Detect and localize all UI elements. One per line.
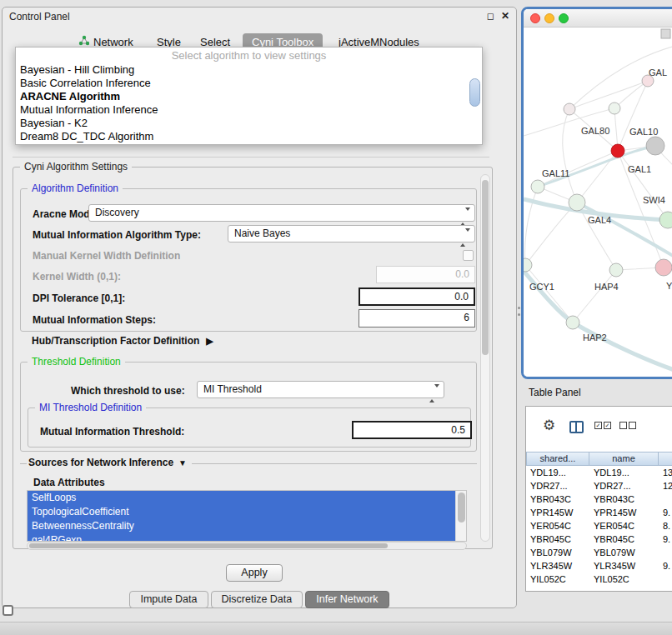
table-row[interactable]: YBL079WYBL079W xyxy=(526,546,672,559)
column-header-name[interactable]: name xyxy=(589,452,659,466)
attribute-list-item[interactable]: BetweennessCentrality xyxy=(28,519,455,533)
which-threshold-select[interactable]: MI Threshold xyxy=(197,381,444,398)
tab-impute-data[interactable]: Impute Data xyxy=(129,591,208,608)
network-node[interactable] xyxy=(611,144,624,158)
select-all-icon[interactable]: ✓ ✓ xyxy=(594,422,611,429)
tab-discretize-data[interactable]: Discretize Data xyxy=(211,591,303,608)
dpi-tolerance-field[interactable]: 0.0 xyxy=(359,288,475,306)
network-view-window: GALGAL80GAL10GAL1GAL11SWI4GAL4GCY1HAP4YH… xyxy=(521,7,672,379)
combo-arrows-icon xyxy=(460,230,470,246)
control-panel-title: Control Panel xyxy=(9,11,70,22)
attribute-list-hscrollbar-thumb[interactable] xyxy=(29,543,388,548)
panel-dock-icon[interactable] xyxy=(3,605,13,616)
birdseye-toggle[interactable] xyxy=(661,29,670,38)
network-node[interactable] xyxy=(569,194,585,211)
network-node[interactable] xyxy=(566,316,579,329)
dropdown-item[interactable]: Dream8 DC_TDC Algorithm xyxy=(16,130,482,143)
network-node[interactable] xyxy=(655,259,672,276)
combo-arrows-icon xyxy=(460,209,470,225)
table-cell xyxy=(659,492,672,506)
attribute-list-item[interactable]: SelfLoops xyxy=(28,491,455,505)
network-node[interactable] xyxy=(531,180,544,193)
mi-threshold-definition-group: MI Threshold Definition Mutual Informati… xyxy=(28,408,471,448)
attribute-list[interactable]: SelfLoopsTopologicalCoefficientBetweenne… xyxy=(27,490,467,542)
network-node-label: GAL10 xyxy=(629,127,658,137)
show-columns-icon[interactable] xyxy=(569,421,584,433)
table-toolbar: ⚙ ✓ ✓ xyxy=(526,407,672,452)
apply-button[interactable]: Apply xyxy=(226,564,283,582)
table-cell: YDR27... xyxy=(526,479,589,492)
table-row[interactable]: YBR043CYBR043C xyxy=(526,492,672,506)
table-row[interactable]: YIL052CYIL052C xyxy=(526,572,672,586)
threshold-definition-group: Threshold Definition Which threshold to … xyxy=(20,362,477,452)
cyni-bottom-tabs: Impute Data Discretize Data Infer Networ… xyxy=(3,591,516,608)
table-row[interactable]: YLR345WYLR345W9. xyxy=(526,559,672,572)
attribute-list-scrollbar[interactable] xyxy=(455,491,466,541)
table-panel-title: Table Panel xyxy=(529,387,581,398)
table-cell: YPR145W xyxy=(526,506,589,519)
table-cell: 13 xyxy=(659,466,672,479)
mi-threshold-field[interactable]: 0.5 xyxy=(352,421,472,439)
collapse-arrow-icon: ▶ xyxy=(206,336,213,347)
kernel-width-label: Kernel Width (0,1): xyxy=(33,271,121,282)
control-panel-window: Control Panel ◻ ✕ Network Style Select C… xyxy=(2,7,517,608)
mi-steps-field[interactable]: 6 xyxy=(359,309,475,328)
deselect-all-icon[interactable] xyxy=(619,422,636,429)
network-node-label: GAL4 xyxy=(588,215,611,225)
network-node[interactable] xyxy=(609,102,620,114)
table-cell: 9. xyxy=(659,506,672,519)
panel-splitter-handle[interactable] xyxy=(518,307,520,320)
network-node[interactable] xyxy=(646,137,664,155)
network-canvas[interactable]: GALGAL80GAL10GAL1GAL11SWI4GAL4GCY1HAP4YH… xyxy=(524,28,672,377)
settings-scrollbar-thumb[interactable] xyxy=(482,180,489,355)
network-node-label: Y xyxy=(666,281,672,291)
aracne-mode-select[interactable]: Discovery xyxy=(88,204,475,222)
table-row[interactable]: YPR145WYPR145W9. xyxy=(526,506,672,519)
network-node[interactable] xyxy=(609,263,623,277)
kernel-width-field[interactable]: 0.0 xyxy=(376,266,475,283)
minimize-traffic-light-icon[interactable] xyxy=(544,13,554,23)
dropdown-item[interactable]: Bayesian - K2 xyxy=(16,117,482,130)
column-header-shared-name[interactable]: shared... xyxy=(526,452,589,466)
attribute-list-hscrollbar[interactable] xyxy=(27,542,467,550)
dropdown-item[interactable]: Basic Correlation Inference xyxy=(16,77,482,90)
mi-threshold-label: Mutual Information Threshold: xyxy=(40,426,184,438)
dropdown-item-selected[interactable]: ARACNE Algorithm xyxy=(16,90,482,103)
attribute-list-item[interactable]: TopologicalCoefficient xyxy=(28,505,455,519)
network-node[interactable] xyxy=(524,258,532,272)
dropdown-scrollbar-thumb[interactable] xyxy=(469,78,480,107)
mi-type-value: Naive Bayes xyxy=(234,228,290,239)
column-header-partial[interactable] xyxy=(659,452,672,466)
mi-type-select[interactable]: Naive Bayes xyxy=(228,225,475,242)
network-graph: GALGAL80GAL10GAL1GAL11SWI4GAL4GCY1HAP4YH… xyxy=(524,28,672,377)
dropdown-item[interactable]: Bayesian - Hill Climbing xyxy=(16,63,482,77)
table-row[interactable]: YBR045CYBR045C9. xyxy=(526,532,672,546)
algorithm-definition-title: Algorithm Definition xyxy=(28,182,123,194)
network-node[interactable] xyxy=(659,212,672,228)
float-window-icon[interactable]: ◻ xyxy=(487,11,494,22)
table-cell: 9. xyxy=(659,559,672,572)
hub-tf-definition-toggle[interactable]: Hub/Transcription Factor Definition▶ xyxy=(32,335,213,347)
application-root: Control Panel ◻ ✕ Network Style Select C… xyxy=(0,0,672,635)
zoom-traffic-light-icon[interactable] xyxy=(559,13,569,23)
tab-infer-network[interactable]: Infer Network xyxy=(305,591,389,608)
table-cell xyxy=(659,546,672,559)
table-cell: 12 xyxy=(659,479,672,492)
attribute-list-scrollbar-thumb[interactable] xyxy=(458,492,465,522)
manual-kernel-checkbox[interactable] xyxy=(463,250,474,261)
close-icon[interactable]: ✕ xyxy=(501,10,509,22)
table-row[interactable]: YER054CYER054C8. xyxy=(526,519,672,532)
sources-toggle[interactable]: Sources for Network Inference▼ xyxy=(27,457,192,468)
gear-icon[interactable]: ⚙ xyxy=(543,417,555,434)
settings-scrollbar[interactable] xyxy=(480,174,490,542)
table-cell: YDL19... xyxy=(589,466,659,479)
network-node[interactable] xyxy=(564,103,575,115)
attribute-list-item[interactable]: gal4RGexp xyxy=(28,533,455,542)
close-traffic-light-icon[interactable] xyxy=(530,13,540,23)
sources-label: Sources for Network Inference xyxy=(28,457,173,468)
table-row[interactable]: YDL19...YDL19...13 xyxy=(526,466,672,479)
aracne-mode-value: Discovery xyxy=(95,207,139,218)
table-row[interactable]: YDR27...YDR27...12 xyxy=(526,479,672,492)
dropdown-placeholder: Select algorithm to view settings xyxy=(16,48,482,63)
dropdown-item[interactable]: Mutual Information Inference xyxy=(16,103,482,117)
